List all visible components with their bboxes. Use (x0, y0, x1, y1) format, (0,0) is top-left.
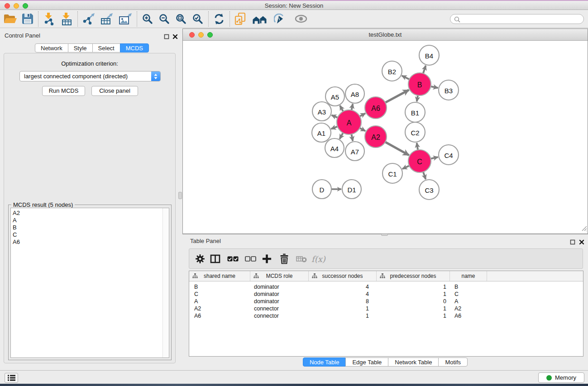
import-network-icon[interactable] (43, 13, 55, 25)
graph-edge-A-A5[interactable] (340, 105, 344, 112)
save-session-icon[interactable] (22, 13, 33, 24)
close-panel-icon[interactable] (579, 238, 584, 247)
show-graphics-details-icon[interactable] (274, 14, 285, 24)
table-settings-gear-icon[interactable] (195, 254, 205, 264)
column-header-successor-nodes[interactable]: successor nodes (309, 271, 377, 281)
mcds-result-item[interactable]: A (13, 217, 162, 224)
search-input[interactable] (462, 15, 582, 24)
import-table-icon[interactable] (60, 13, 73, 25)
graph-edge-A-A7[interactable] (351, 134, 353, 141)
graph-node-A8[interactable]: A8 (345, 84, 364, 103)
zoom-out-icon[interactable] (158, 13, 170, 25)
delete-columns-trash-icon[interactable] (280, 253, 289, 264)
network-manager-icon[interactable] (234, 13, 246, 25)
graph-edge-C-C1[interactable] (402, 166, 410, 169)
mcds-result-item[interactable]: C (13, 231, 162, 238)
float-panel-icon[interactable] (570, 238, 575, 247)
export-network-icon[interactable] (82, 13, 95, 25)
column-header-mcds-role[interactable]: MCDS role (250, 271, 309, 281)
graph-node-A7[interactable]: A7 (345, 142, 364, 161)
tab-network[interactable]: Network (35, 43, 68, 52)
graph-node-B3[interactable]: B3 (439, 80, 459, 100)
zoom-selected-icon[interactable] (192, 13, 204, 25)
graph-node-D1[interactable]: D1 (342, 180, 361, 199)
graph-node-C2[interactable]: C2 (405, 122, 425, 142)
network-canvas[interactable]: B4B2BB3A5A8A6A3B1AC2A1A2A4A7C4CC1C3DD1 (183, 40, 588, 234)
tab-network-table[interactable]: Network Table (388, 357, 439, 367)
table-row[interactable]: A2connector11A2 (189, 305, 583, 312)
graph-node-C1[interactable]: C1 (382, 163, 402, 183)
float-panel-icon[interactable] (164, 33, 169, 41)
select-all-checkboxes-icon[interactable] (227, 256, 239, 262)
refresh-icon[interactable] (213, 13, 225, 25)
graph-edge-B-B3[interactable] (430, 86, 438, 88)
graph-node-B1[interactable]: B1 (405, 102, 425, 122)
column-header-predecessor-nodes[interactable]: predecessor nodes (377, 271, 450, 281)
splitter-handle[interactable] (178, 192, 182, 199)
scrollbar-track[interactable] (163, 208, 169, 357)
close-panel-icon[interactable] (172, 33, 178, 41)
column-header-shared-name[interactable]: shared name (189, 271, 250, 281)
memory-button[interactable]: Memory (538, 372, 584, 383)
home-icon[interactable] (252, 14, 268, 24)
tab-motifs[interactable]: Motifs (438, 357, 468, 367)
graph-edge-B-B1[interactable] (417, 95, 418, 102)
zoom-fit-icon[interactable] (175, 13, 187, 25)
mcds-result-item[interactable]: B (13, 224, 162, 231)
close-panel-button[interactable]: Close panel (91, 86, 138, 96)
run-mcds-button[interactable]: Run MCDS (42, 86, 85, 96)
tab-node-table[interactable]: Node Table (303, 357, 346, 367)
tab-style[interactable]: Style (68, 43, 93, 52)
graph-edge-A-A6[interactable] (359, 113, 365, 116)
graph-edge-A-A4[interactable] (339, 133, 343, 139)
graph-node-D[interactable]: D (312, 180, 331, 199)
graph-node-A1[interactable]: A1 (312, 123, 331, 142)
graph-node-B4[interactable]: B4 (419, 45, 439, 65)
graph-node-C3[interactable]: C3 (419, 180, 439, 200)
graph-edge-C-C4[interactable] (430, 157, 438, 159)
graph-node-A6[interactable]: A6 (365, 97, 387, 119)
eye-icon[interactable] (295, 14, 307, 23)
tab-edge-table[interactable]: Edge Table (345, 357, 388, 367)
graph-edge-A-A8[interactable] (351, 104, 353, 111)
tab-select[interactable]: Select (92, 43, 120, 52)
graph-edge-C-C2[interactable] (417, 143, 418, 151)
table-row[interactable]: Bdominator41B (189, 283, 583, 291)
table-row[interactable]: Adominator80A (189, 298, 583, 305)
deselect-all-checkboxes-icon[interactable] (245, 256, 256, 262)
graph-node-B[interactable]: B (408, 73, 431, 95)
task-history-button[interactable] (5, 373, 18, 383)
create-column-plus-icon[interactable] (262, 254, 272, 263)
graph-node-A4[interactable]: A4 (325, 138, 344, 157)
table-row[interactable]: Cdominator41C (189, 291, 583, 298)
graph-edge-A-A1[interactable] (331, 126, 338, 129)
graph-edge-A6-B[interactable] (385, 90, 409, 103)
open-file-icon[interactable] (4, 13, 17, 24)
graph-node-C[interactable]: C (408, 150, 431, 172)
delete-table-icon[interactable] (296, 255, 307, 263)
export-table-icon[interactable] (100, 13, 113, 25)
graph-node-C4[interactable]: C4 (439, 145, 459, 165)
graph-edge-B-B4[interactable] (423, 66, 426, 74)
graph-edge-A2-C[interactable] (385, 142, 409, 155)
table-row[interactable]: A6connector11A6 (189, 312, 583, 319)
graph-edge-C-C3[interactable] (423, 172, 426, 179)
mcds-result-item[interactable]: A2 (13, 210, 162, 217)
graph-node-A3[interactable]: A3 (312, 102, 331, 121)
graph-edge-A-A2[interactable] (359, 128, 365, 131)
tab-mcds[interactable]: MCDS (120, 43, 149, 52)
function-builder-button[interactable]: f(x) (311, 254, 325, 263)
resize-grip-icon[interactable] (581, 225, 587, 233)
export-image-icon[interactable] (119, 13, 132, 25)
graph-node-A[interactable]: A (337, 110, 361, 134)
zoom-in-icon[interactable] (142, 13, 153, 25)
show-columns-icon[interactable] (210, 254, 220, 263)
criterion-dropdown[interactable]: largest connected component (directed) (19, 71, 161, 81)
mcds-result-item[interactable]: A6 (13, 238, 162, 246)
graph-edge-A-A3[interactable] (331, 115, 338, 118)
graph-node-A2[interactable]: A2 (365, 126, 387, 148)
graph-node-B2[interactable]: B2 (382, 61, 402, 81)
graph-node-A5[interactable]: A5 (325, 87, 344, 106)
column-header-name[interactable]: name (450, 271, 487, 281)
graph-edge-B-B2[interactable] (402, 76, 410, 79)
